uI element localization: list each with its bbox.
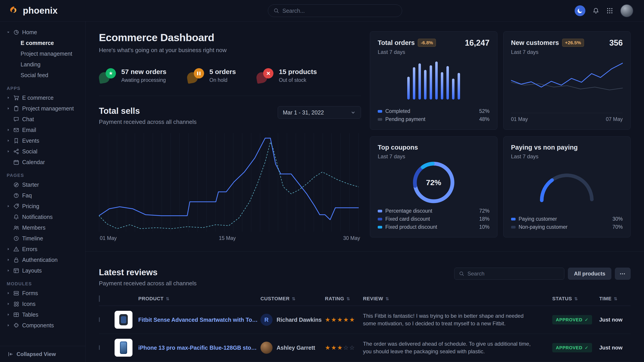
compass-icon: [13, 182, 19, 188]
sidebar-item-errors[interactable]: Errors: [0, 244, 85, 255]
check-icon: ✓: [585, 317, 589, 323]
table-row: Fitbit Sense Advanced Smartwatch with To…: [99, 306, 630, 334]
user-avatar[interactable]: [620, 4, 633, 17]
star-icon: ★: [331, 344, 337, 351]
legend-row: Percentage discount 72%: [378, 208, 490, 214]
legend-row: Completed 52%: [378, 108, 490, 114]
total-sells-subtitle: Payment received across all channels: [99, 118, 196, 125]
global-search-input[interactable]: [282, 7, 396, 14]
top-coupons-donut-chart: 72%: [378, 160, 490, 205]
caret-right-icon: [6, 96, 10, 100]
column-header-product[interactable]: PRODUCT⇅: [114, 296, 258, 302]
apps-menu-button[interactable]: [606, 7, 613, 14]
review-text: The order was delivered ahead of schedul…: [363, 340, 552, 355]
sidebar-item-chat[interactable]: Chat: [0, 114, 85, 125]
sidebar-item-home-project-management[interactable]: Project management: [0, 48, 85, 59]
collapsed-view-toggle[interactable]: Collapsed View: [0, 346, 85, 362]
sidebar-item-components[interactable]: Components: [0, 320, 85, 331]
caret-right-icon: [6, 258, 10, 262]
layout-icon: [13, 268, 19, 274]
card-period: Last 7 days: [511, 49, 623, 55]
sort-icon: ⇅: [346, 296, 350, 301]
sidebar: Home E commerce Project management Landi…: [0, 21, 86, 362]
caret-right-icon: [6, 313, 10, 317]
sidebar-item-project-management[interactable]: Project management: [0, 103, 85, 114]
clock-icon: [13, 235, 19, 242]
row-checkbox[interactable]: [99, 317, 100, 322]
sidebar-item-home-landing[interactable]: Landing: [0, 59, 85, 70]
theme-toggle-button[interactable]: [575, 5, 585, 16]
sidebar-item-starter[interactable]: Starter: [0, 179, 85, 190]
global-search[interactable]: [268, 4, 402, 17]
product-link[interactable]: Fitbit Sense Advanced Smartwatch with To…: [138, 317, 258, 323]
sidebar-item-authentication[interactable]: Authentication: [0, 255, 85, 265]
all-products-button[interactable]: All products: [568, 268, 611, 280]
donut-center-value: 72%: [411, 160, 456, 205]
select-all-checkbox[interactable]: [99, 295, 100, 302]
row-checkbox[interactable]: [99, 345, 100, 350]
sidebar-item-tables[interactable]: Tables: [0, 309, 85, 320]
cart-icon: [13, 95, 19, 101]
caret-down-icon: [6, 30, 10, 34]
status-badge: APPROVED✓: [552, 315, 592, 325]
reviews-search-input[interactable]: [468, 271, 560, 277]
chat-icon: [13, 116, 19, 122]
rating-stars: ★★★★★: [325, 316, 363, 323]
review-text: This Fitbit is fantastic! I was trying t…: [363, 312, 552, 327]
sidebar-item-faq[interactable]: Faq: [0, 190, 85, 201]
sidebar-item-social[interactable]: Social: [0, 146, 85, 157]
sidebar-item-icons[interactable]: Icons: [0, 299, 85, 309]
sidebar-item-home-ecommerce[interactable]: E commerce: [0, 37, 85, 48]
reviews-subtitle: Payment received across all channels: [99, 280, 196, 287]
table-row: iPhone 13 pro max-Pacific Blue-128GB sto…: [99, 334, 630, 362]
sidebar-item-forms[interactable]: Forms: [0, 288, 85, 299]
phoenix-logo-icon: [9, 5, 19, 16]
total-sells-chart: 01 May 15 May 30 May: [99, 132, 361, 243]
sidebar-item-email[interactable]: Email: [0, 125, 85, 135]
more-options-button[interactable]: ⋯: [615, 268, 630, 280]
sidebar-item-ecommerce[interactable]: E commerce: [0, 92, 85, 103]
product-link[interactable]: iPhone 13 pro max-Pacific Blue-128GB sto…: [138, 345, 258, 351]
sidebar-item-home[interactable]: Home: [0, 27, 85, 37]
sidebar-section-apps: APPS: [7, 86, 85, 91]
page-title: Ecommerce Dashboard: [99, 31, 361, 44]
sidebar-item-events[interactable]: Events: [0, 135, 85, 146]
sidebar-item-layouts[interactable]: Layouts: [0, 265, 85, 276]
new-customers-line-chart: [511, 55, 623, 113]
column-header-time[interactable]: TIME⇅: [599, 296, 630, 302]
column-header-review[interactable]: REVIEW⇅: [363, 296, 552, 302]
sidebar-item-home-social-feed[interactable]: Social feed: [0, 70, 85, 80]
card-value: 16,247: [465, 38, 490, 48]
x-axis-label: 15 May: [219, 235, 236, 241]
caret-right-icon: [6, 269, 10, 273]
card-title: Top coupons: [378, 144, 418, 151]
column-header-status[interactable]: STATUS⇅: [552, 296, 599, 302]
product-image: [114, 339, 132, 357]
date-range-select[interactable]: Mar 1 - 31, 2022: [278, 106, 361, 119]
star-icon: ★: [349, 316, 355, 323]
reviews-search[interactable]: [454, 268, 564, 280]
card-title: Paying vs non paying: [511, 144, 578, 151]
sidebar-item-notifications[interactable]: Notifications: [0, 212, 85, 222]
stat-caption: Awating processing: [121, 77, 166, 83]
table-header-row: PRODUCT⇅ CUSTOMER⇅ RATING⇅ REVIEW⇅ STATU…: [99, 296, 630, 306]
total-sells-title: Total sells: [99, 106, 196, 116]
sidebar-item-timeline[interactable]: Timeline: [0, 233, 85, 244]
sidebar-item-pricing[interactable]: Pricing: [0, 201, 85, 212]
brand[interactable]: phoenix: [9, 5, 58, 16]
latest-reviews-section: Latest reviews Payment received across a…: [86, 251, 644, 362]
paying-gauge-chart: [511, 160, 623, 213]
column-header-customer[interactable]: CUSTOMER⇅: [258, 296, 325, 302]
column-header-rating[interactable]: RATING⇅: [325, 296, 363, 302]
customer-name: Ashley Garrett: [276, 345, 315, 351]
sidebar-item-calendar[interactable]: Calendar: [0, 157, 85, 167]
calendar-icon: [13, 159, 19, 165]
card-title: Total orders: [378, 39, 415, 46]
sidebar-section-pages: PAGES: [7, 173, 85, 178]
sidebar-item-members[interactable]: Members: [0, 222, 85, 233]
card-title: New customers: [511, 39, 559, 46]
chevron-down-icon: [350, 110, 356, 115]
star-icon: ☆: [349, 344, 355, 351]
notifications-button[interactable]: [592, 7, 599, 14]
collapse-icon: [8, 351, 14, 357]
